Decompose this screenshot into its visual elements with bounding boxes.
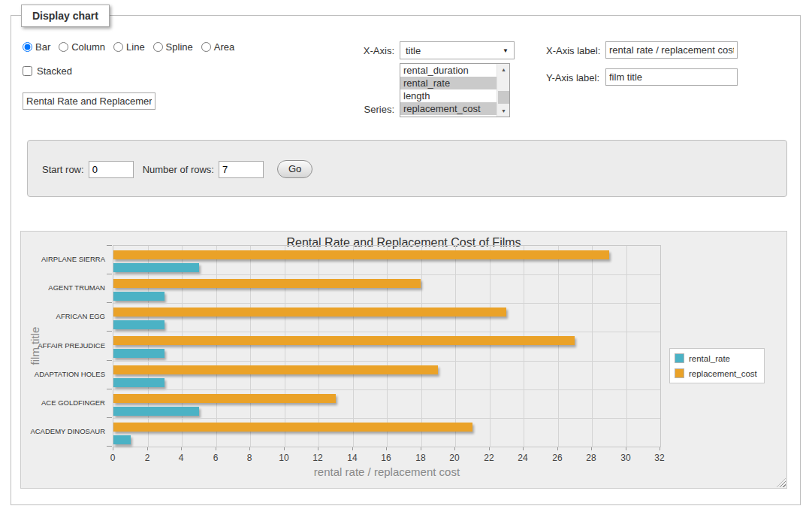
- y-tick-mark-7: [107, 446, 112, 447]
- x-tick-mark-16: [386, 447, 387, 450]
- scroll-up-icon[interactable]: ▲: [497, 64, 510, 75]
- x-axis-select[interactable]: title ▼: [400, 41, 515, 59]
- series-listbox[interactable]: rental_durationrental_ratelengthreplacem…: [400, 63, 510, 117]
- chart-container: Rental Rate and Replacement Cost of Film…: [20, 231, 787, 489]
- y-axis-label-input[interactable]: [605, 68, 738, 86]
- gridline-x-26: [558, 246, 559, 447]
- x-tick-label-18: 18: [408, 453, 433, 463]
- legend-swatch-replacement_cost: [675, 368, 684, 378]
- series-option-replacement_cost[interactable]: replacement_cost: [400, 102, 497, 115]
- chart-type-item-line: Line: [113, 41, 145, 53]
- x-tick-mark-10: [284, 447, 285, 450]
- x-tick-label-0: 0: [100, 453, 125, 463]
- gridline-y-4: [113, 361, 660, 362]
- bar-replacement_cost-6: [113, 423, 472, 432]
- category-label-3: AFFAIR PREJUDICE: [23, 341, 105, 350]
- x-tick-label-24: 24: [510, 453, 536, 463]
- x-tick-mark-22: [489, 447, 490, 450]
- x-tick-label-16: 16: [373, 453, 399, 463]
- radio-label-line: Line: [126, 41, 145, 53]
- gridline-x-18: [421, 246, 422, 447]
- x-tick-label-12: 12: [305, 453, 331, 463]
- x-tick-mark-18: [421, 447, 421, 450]
- y-tick-mark-1: [107, 274, 112, 274]
- bar-rental_rate-1: [113, 292, 165, 301]
- series-option-rental_rate[interactable]: rental_rate: [400, 77, 497, 89]
- x-tick-label-10: 10: [271, 453, 297, 463]
- gridline-x-6: [216, 246, 217, 447]
- gridline-x-28: [592, 246, 593, 447]
- radio-line[interactable]: [113, 42, 123, 52]
- radio-label-area: Area: [214, 41, 234, 53]
- dropdown-arrow-icon: ▼: [503, 47, 509, 54]
- gridline-y-1: [113, 274, 660, 275]
- gridline-x-14: [353, 246, 354, 447]
- category-label-1: AGENT TRUMAN: [23, 283, 105, 292]
- stacked-label: Stacked: [37, 65, 72, 77]
- series-option-length[interactable]: length: [400, 89, 497, 102]
- series-label: Series:: [342, 104, 394, 115]
- bar-rental_rate-2: [113, 320, 165, 329]
- rows-panel-row: Start row: Number of rows: Go: [42, 160, 312, 178]
- chart-type-radios: BarColumnLineSplineArea: [23, 41, 243, 53]
- radio-column[interactable]: [59, 42, 68, 52]
- x-tick-mark-8: [249, 447, 250, 450]
- radio-label-column: Column: [71, 41, 105, 53]
- x-tick-mark-26: [557, 447, 558, 450]
- legend-item-rental_rate: rental_rate: [675, 353, 757, 363]
- category-label-5: ACE GOLDFINGER: [23, 398, 105, 407]
- gridline-y-2: [113, 303, 660, 304]
- listbox-scrollbar[interactable]: ▲ ▼: [497, 64, 509, 117]
- category-label-4: ADAPTATION HOLES: [23, 370, 105, 379]
- go-button[interactable]: Go: [277, 160, 312, 178]
- x-tick-mark-12: [318, 447, 318, 450]
- y-tick-mark-6: [107, 417, 112, 418]
- radio-bar[interactable]: [23, 42, 32, 52]
- x-tick-mark-14: [352, 447, 353, 450]
- scrollbar-thumb[interactable]: [498, 91, 509, 104]
- page: Display chart BarColumnLineSplineArea St…: [0, 0, 812, 512]
- x-tick-mark-0: [113, 447, 113, 450]
- series-option-rental_duration[interactable]: rental_duration: [400, 64, 497, 77]
- x-tick-label-8: 8: [237, 453, 262, 463]
- y-tick-mark-4: [107, 360, 112, 361]
- x-axis-label-input[interactable]: [605, 41, 738, 59]
- chart-legend: rental_ratereplacement_cost: [669, 348, 765, 383]
- x-tick-mark-20: [454, 447, 455, 450]
- resize-handle-icon[interactable]: [777, 478, 786, 487]
- start-row-input[interactable]: [89, 161, 134, 178]
- bar-replacement_cost-1: [113, 279, 421, 288]
- chart-x-axis-title: rental rate / replacement cost: [113, 465, 661, 478]
- legend-swatch-rental_rate: [675, 353, 684, 363]
- legend-label-rental_rate: rental_rate: [689, 354, 730, 363]
- bar-replacement_cost-4: [113, 365, 438, 374]
- x-axis-label-caption: X-Axis label:: [546, 45, 600, 56]
- stacked-checkbox[interactable]: [23, 66, 32, 76]
- bar-rental_rate-4: [113, 378, 165, 387]
- num-rows-input[interactable]: [219, 161, 264, 178]
- x-tick-label-20: 20: [442, 453, 467, 463]
- x-tick-mark-32: [660, 447, 660, 450]
- scroll-down-icon[interactable]: ▼: [497, 105, 510, 117]
- series-options: rental_durationrental_ratelengthreplacem…: [400, 64, 497, 117]
- gridline-x-30: [626, 246, 627, 447]
- bar-rental_rate-5: [113, 407, 199, 416]
- x-tick-mark-24: [523, 447, 524, 450]
- y-axis-label-caption: Y-Axis label:: [546, 72, 599, 83]
- gridline-x-8: [250, 246, 251, 447]
- category-label-6: ACADEMY DINOSAUR: [23, 427, 105, 436]
- radio-area[interactable]: [201, 42, 211, 52]
- radio-label-spline: Spline: [166, 41, 193, 53]
- gridline-x-2: [148, 246, 149, 447]
- gridline-x-22: [490, 246, 491, 447]
- gridline-x-24: [524, 246, 524, 447]
- bar-rental_rate-0: [113, 263, 199, 272]
- x-axis-selected-value: title: [406, 45, 421, 56]
- category-label-2: AFRICAN EGG: [23, 312, 105, 321]
- gridline-y-3: [113, 332, 660, 332]
- bar-replacement_cost-3: [113, 336, 575, 345]
- radio-spline[interactable]: [153, 42, 163, 52]
- chart-title-input[interactable]: [23, 92, 155, 110]
- legend-label-replacement_cost: replacement_cost: [689, 369, 757, 378]
- bar-replacement_cost-2: [113, 308, 506, 317]
